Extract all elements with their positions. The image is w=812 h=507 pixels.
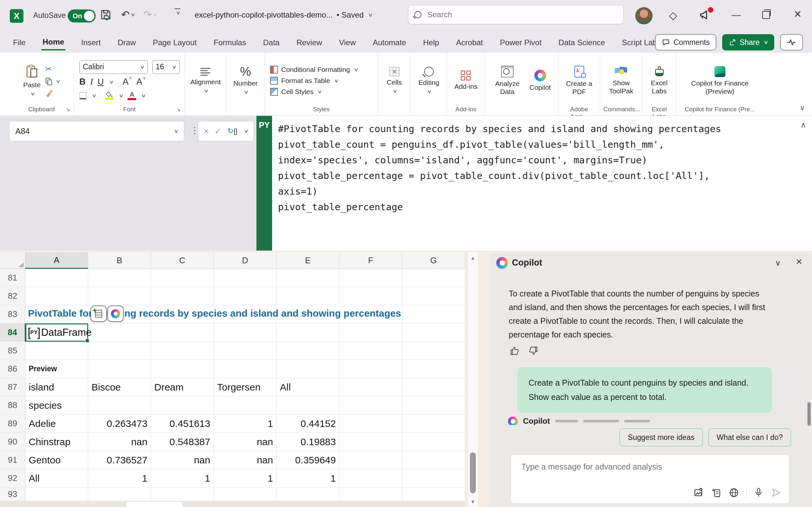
cell-B88[interactable] xyxy=(88,396,151,414)
copilot-input-card[interactable] xyxy=(511,454,789,504)
alignment-button[interactable]: Alignment ∨ xyxy=(190,67,221,94)
add-image-button[interactable] xyxy=(694,488,704,498)
font-dialog-launcher[interactable]: ↘ xyxy=(176,106,181,113)
show-toolpak-button[interactable]: Show ToolPak xyxy=(605,66,638,95)
row-header-83[interactable]: 83 xyxy=(0,305,25,324)
scroll-up-icon[interactable]: ▲ xyxy=(468,255,478,261)
cell-C82[interactable] xyxy=(151,287,214,305)
cell-C93[interactable] xyxy=(151,488,214,501)
row-header-92[interactable]: 92 xyxy=(0,469,25,488)
code-line[interactable]: axis=1) xyxy=(278,183,793,199)
cancel-entry-button[interactable]: × xyxy=(204,126,209,136)
italic-button[interactable]: I xyxy=(90,77,93,87)
tab-view[interactable]: View xyxy=(338,35,357,50)
row-header-81[interactable]: 81 xyxy=(0,269,25,287)
number-button[interactable]: % Number ∨ xyxy=(233,66,258,95)
increase-font-button[interactable]: A∧ xyxy=(123,77,132,87)
code-line[interactable]: #PivotTable for counting records by spec… xyxy=(278,121,793,137)
cell-B90[interactable]: nan xyxy=(88,433,151,451)
feedback-megaphone-button[interactable] xyxy=(698,8,713,23)
search-input[interactable] xyxy=(427,10,611,19)
cell-G85[interactable] xyxy=(402,342,465,360)
premium-diamond-icon[interactable]: ◇ xyxy=(669,9,677,21)
copilot-button[interactable]: Copilot xyxy=(529,70,550,92)
cell-a83-overflow-text[interactable]: PivotTable for counting records by speci… xyxy=(28,308,401,319)
undo-chevron-icon[interactable]: ∨ xyxy=(130,12,135,17)
cell-F87[interactable] xyxy=(339,378,402,396)
confirm-entry-button[interactable]: ✓ xyxy=(215,126,222,136)
cell-E87[interactable]: All xyxy=(277,378,339,396)
row-header-86[interactable]: 86 xyxy=(0,360,25,378)
pane-scrollbar-thumb[interactable] xyxy=(807,402,811,426)
tab-draw[interactable]: Draw xyxy=(116,35,137,50)
cell-G86[interactable] xyxy=(402,360,465,378)
borders-button[interactable] xyxy=(79,92,86,99)
cell-A92[interactable]: All xyxy=(25,469,88,488)
row-header-90[interactable]: 90 xyxy=(0,433,25,451)
insert-data-button[interactable] xyxy=(91,305,107,322)
tab-page-layout[interactable]: Page Layout xyxy=(151,35,198,50)
title-chevron-icon[interactable]: ∨ xyxy=(368,12,373,18)
copy-button[interactable]: ∨ xyxy=(45,77,60,85)
row-header-88[interactable]: 88 xyxy=(0,396,25,414)
grid-vertical-scrollbar[interactable]: ▲ ▼ xyxy=(468,252,478,507)
tab-automate[interactable]: Automate xyxy=(371,35,407,50)
restore-button[interactable] xyxy=(762,11,770,19)
tab-insert[interactable]: Insert xyxy=(80,35,102,50)
avatar[interactable] xyxy=(635,7,652,24)
cell-E88[interactable] xyxy=(277,396,339,414)
tab-script-lab[interactable]: Script Lab xyxy=(621,35,658,50)
cell-D93[interactable] xyxy=(214,488,277,501)
row-header-87[interactable]: 87 xyxy=(0,378,25,396)
thumbs-down-button[interactable] xyxy=(528,346,539,356)
decrease-font-button[interactable]: A∨ xyxy=(136,77,146,87)
scroll-down-icon[interactable]: ▼ xyxy=(468,499,478,504)
row-header-84[interactable]: 84 xyxy=(0,324,25,342)
cell-A91[interactable]: Gentoo xyxy=(25,451,88,469)
cell-F93[interactable] xyxy=(339,488,402,501)
customize-quick-access-button[interactable]: ∨ xyxy=(174,8,180,16)
paste-chevron-icon[interactable]: ∨ xyxy=(30,91,35,97)
copilot-input[interactable] xyxy=(521,462,730,472)
column-header-D[interactable]: D xyxy=(214,252,277,269)
cell-B86[interactable] xyxy=(88,360,151,378)
cell-D81[interactable] xyxy=(214,269,277,287)
cell-E92[interactable]: 1 xyxy=(277,469,339,488)
analyze-data-button[interactable]: Analyze Data xyxy=(492,66,522,96)
tab-home[interactable]: Home xyxy=(41,34,66,50)
cell-E86[interactable] xyxy=(277,360,339,378)
prompt-library-button[interactable] xyxy=(711,488,721,498)
cell-F90[interactable] xyxy=(339,433,402,451)
cell-G87[interactable] xyxy=(402,378,465,396)
python-insert-button[interactable]: ↻[] xyxy=(228,127,238,135)
save-button[interactable] xyxy=(100,8,112,21)
tab-power-pivot[interactable]: Power Pivot xyxy=(499,35,543,50)
cell-A89[interactable]: Adelie xyxy=(25,414,88,433)
addins-button[interactable]: Add-ins xyxy=(454,71,477,91)
name-box-chevron-icon[interactable]: ∨ xyxy=(174,128,179,134)
tab-help[interactable]: Help xyxy=(422,35,440,50)
tab-review[interactable]: Review xyxy=(295,35,324,50)
code-line[interactable]: pivot_table_count = penguins_df.pivot_ta… xyxy=(278,137,793,152)
autosave-toggle[interactable]: On xyxy=(68,9,96,22)
formula-actions-chevron-icon[interactable]: ∨ xyxy=(244,128,249,134)
cell-B93[interactable] xyxy=(88,488,151,501)
cell-G81[interactable] xyxy=(402,269,465,287)
cell-D91[interactable]: nan xyxy=(214,451,277,469)
cell-A88[interactable]: species xyxy=(25,396,88,414)
column-header-G[interactable]: G xyxy=(402,252,465,269)
column-header-E[interactable]: E xyxy=(277,252,339,269)
collapse-formula-bar-button[interactable]: ∧ xyxy=(800,120,806,129)
cell-E90[interactable]: 0.19883 xyxy=(277,433,339,451)
microphone-button[interactable] xyxy=(754,488,763,498)
comments-button[interactable]: Comments xyxy=(655,34,716,50)
row-header-93[interactable]: 93 xyxy=(0,488,25,501)
cell-C91[interactable]: nan xyxy=(151,451,214,469)
suggestion-button-suggest-more-ideas[interactable]: Suggest more ideas xyxy=(619,428,703,446)
cell-B92[interactable]: 1 xyxy=(88,469,151,488)
cell-D84[interactable] xyxy=(214,324,277,342)
cell-E91[interactable]: 0.359649 xyxy=(277,451,339,469)
activity-button[interactable] xyxy=(780,34,803,50)
tab-file[interactable]: File xyxy=(12,35,27,50)
bold-button[interactable]: B xyxy=(79,77,86,87)
